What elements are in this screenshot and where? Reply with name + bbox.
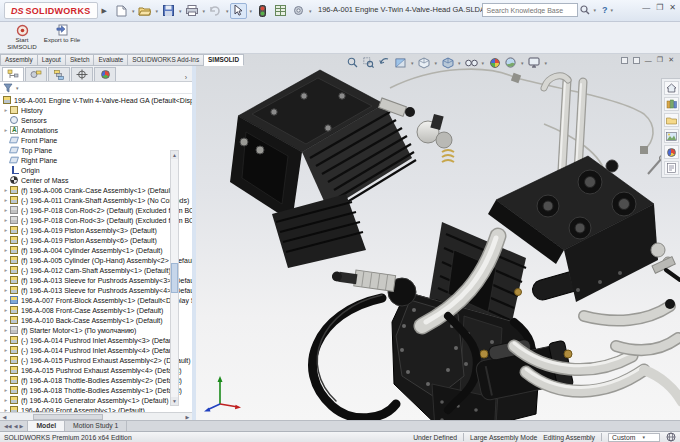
scroll-right-icon[interactable]: ▶ bbox=[183, 414, 192, 420]
dimxpertmanager-tab[interactable] bbox=[71, 67, 93, 81]
filter-caret-icon[interactable]: ▾ bbox=[16, 85, 19, 91]
expand-arrow-icon[interactable]: ▸ bbox=[2, 127, 10, 133]
print-caret-icon[interactable]: ▾ bbox=[202, 8, 205, 14]
menu-flyout-icon[interactable]: ▶ bbox=[102, 7, 107, 15]
doc-close-button[interactable]: ✕ bbox=[668, 56, 674, 64]
tree-item[interactable]: Front Plane bbox=[0, 135, 192, 145]
view-orientation-icon[interactable] bbox=[418, 56, 431, 69]
view-palette-icon[interactable] bbox=[664, 129, 679, 143]
expand-arrow-icon[interactable]: ▸ bbox=[2, 317, 10, 323]
search-icon[interactable] bbox=[580, 5, 590, 15]
options-gear-icon[interactable] bbox=[290, 3, 307, 19]
expand-arrow-icon[interactable]: ▸ bbox=[2, 287, 10, 293]
help-caret-icon[interactable]: ▾ bbox=[610, 7, 613, 13]
displaymanager-tab[interactable] bbox=[94, 67, 116, 81]
tab-next-icon[interactable]: ▶ bbox=[20, 423, 24, 429]
tree-item[interactable]: ▸(f) 196-A-018 Thottle-Bodies Assembly<1… bbox=[0, 385, 192, 395]
expand-arrow-icon[interactable]: ▸ bbox=[2, 207, 10, 213]
expand-arrow-icon[interactable]: ▸ bbox=[2, 187, 10, 193]
tree-item[interactable]: ▸(f) 196-A-018 Thottle-Bodies Assembly<2… bbox=[0, 375, 192, 385]
tree-horizontal-scrollbar[interactable]: ◀ ▶ bbox=[0, 412, 192, 420]
expand-arrow-icon[interactable]: ▸ bbox=[2, 397, 10, 403]
tree-item[interactable]: Right Plane bbox=[0, 155, 192, 165]
tree-item[interactable]: ▸(f) 196-A-005 Cylinder (Op-Hand) Assemb… bbox=[0, 255, 192, 265]
expand-arrow-icon[interactable]: ▸ bbox=[2, 337, 10, 343]
dock-pane-1-icon[interactable] bbox=[621, 57, 628, 64]
undo-caret-icon[interactable]: ▾ bbox=[226, 8, 229, 14]
export-to-file-button[interactable]: Export to File bbox=[42, 24, 82, 53]
tree-item[interactable]: Center of Mass bbox=[0, 175, 192, 185]
tree-item[interactable]: ▸Annotations bbox=[0, 125, 192, 135]
display-style-caret-icon[interactable]: ▾ bbox=[458, 60, 461, 66]
tab-evaluate[interactable]: Evaluate bbox=[94, 54, 128, 66]
rebuild-icon[interactable] bbox=[254, 3, 271, 19]
restore-button[interactable]: ❐ bbox=[656, 4, 663, 12]
scene-caret-icon[interactable]: ▾ bbox=[521, 60, 524, 66]
print-icon[interactable] bbox=[183, 3, 200, 19]
zoom-to-fit-icon[interactable] bbox=[346, 56, 359, 69]
tab-simsolid[interactable]: SIMSOLID bbox=[204, 54, 244, 66]
tree-item[interactable]: Sensors bbox=[0, 115, 192, 125]
custom-dropdown[interactable]: Custom ▾ bbox=[608, 433, 660, 442]
configurationmanager-tab[interactable] bbox=[48, 67, 70, 81]
expand-arrow-icon[interactable]: ▸ bbox=[2, 307, 10, 313]
doc-restore-button[interactable]: ❐ bbox=[657, 56, 663, 64]
display-style-icon[interactable] bbox=[441, 56, 454, 69]
tree-item[interactable]: Origin bbox=[0, 165, 192, 175]
tab-assembly[interactable]: Assembly bbox=[0, 54, 38, 66]
view-settings-caret-icon[interactable]: ▾ bbox=[545, 60, 548, 66]
previous-view-icon[interactable] bbox=[378, 56, 391, 69]
expand-arrow-icon[interactable]: ▸ bbox=[2, 387, 10, 393]
close-button[interactable]: ✕ bbox=[669, 4, 676, 12]
doc-minimize-button[interactable]: — bbox=[645, 57, 652, 64]
tree-item[interactable]: Top Plane bbox=[0, 145, 192, 155]
tree-item[interactable]: ▸(-) 196-A-019 Piston Assembly<6> (Defau… bbox=[0, 235, 192, 245]
select-caret-icon[interactable]: ▾ bbox=[249, 8, 252, 14]
tree-item[interactable]: ▸(-) 196-P-018 Con-Rod<2> (Default) (Exc… bbox=[0, 205, 192, 215]
orientation-caret-icon[interactable]: ▾ bbox=[435, 60, 438, 66]
file-properties-icon[interactable] bbox=[272, 3, 289, 19]
hide-show-caret-icon[interactable]: ▾ bbox=[482, 60, 485, 66]
tab-first-icon[interactable]: ◀◀ bbox=[4, 423, 12, 429]
expand-arrow-icon[interactable]: ▸ bbox=[2, 277, 10, 283]
tree-item[interactable]: ▸(-) 196-A-011 Crank-Shaft Assembly<1> (… bbox=[0, 195, 192, 205]
filter-funnel-icon[interactable] bbox=[3, 83, 13, 93]
help-button[interactable]: ? bbox=[602, 5, 608, 15]
resources-home-icon[interactable] bbox=[664, 81, 679, 95]
search-input[interactable] bbox=[482, 3, 578, 17]
tab-solidworks-add-ins[interactable]: SOLIDWORKS Add-Ins bbox=[128, 54, 204, 66]
zoom-to-area-icon[interactable] bbox=[362, 56, 375, 69]
file-explorer-icon[interactable] bbox=[664, 113, 679, 127]
custom-properties-icon[interactable] bbox=[664, 161, 679, 175]
view-settings-icon[interactable] bbox=[528, 56, 541, 69]
expand-arrow-icon[interactable]: ▸ bbox=[2, 107, 10, 113]
scroll-down-icon[interactable]: ▼ bbox=[171, 397, 178, 405]
design-library-icon[interactable] bbox=[664, 97, 679, 111]
tab-model[interactable]: Model bbox=[27, 421, 65, 431]
scroll-left-icon[interactable]: ◀ bbox=[0, 414, 9, 420]
appearances-scenes-icon[interactable] bbox=[664, 145, 679, 159]
tree-item[interactable]: ▸(-) 196-P-018 Con-Rod<3> (Default) (Exc… bbox=[0, 215, 192, 225]
tab-motion-study-1[interactable]: Motion Study 1 bbox=[65, 421, 127, 431]
hscroll-thumb[interactable] bbox=[33, 414, 103, 420]
open-icon[interactable] bbox=[136, 3, 153, 19]
tree-item[interactable]: ▸(-) 196-A-012 Cam-Shaft Assembly<1> (De… bbox=[0, 265, 192, 275]
expand-arrow-icon[interactable]: ▸ bbox=[2, 347, 10, 353]
tree-item[interactable]: ▸196-A-007 Front-Block Assembly<1> (Defa… bbox=[0, 295, 192, 305]
options-caret-icon[interactable]: ▾ bbox=[309, 8, 312, 14]
scroll-up-icon[interactable]: ▲ bbox=[171, 151, 178, 159]
tree-item[interactable]: ▸(-) 196-A-019 Piston Assembly<3> (Defau… bbox=[0, 225, 192, 235]
section-caret-icon[interactable]: ▾ bbox=[411, 60, 414, 66]
select-cursor-icon[interactable] bbox=[230, 3, 247, 19]
edit-appearance-icon[interactable] bbox=[488, 56, 501, 69]
expand-arrow-icon[interactable]: ▸ bbox=[2, 197, 10, 203]
expand-arrow-icon[interactable]: ▸ bbox=[2, 237, 10, 243]
expand-arrow-icon[interactable]: ▸ bbox=[2, 357, 10, 363]
tree-item[interactable]: ▸(f) 196-A-006 Crank-Case Assembly<1> (D… bbox=[0, 185, 192, 195]
expand-arrow-icon[interactable]: ▸ bbox=[2, 257, 10, 263]
expand-arrow-icon[interactable]: ▸ bbox=[2, 367, 10, 373]
save-caret-icon[interactable]: ▾ bbox=[179, 8, 182, 14]
scroll-thumb[interactable] bbox=[171, 263, 178, 293]
tree-item[interactable]: ▸(f) 196-A-013 Sleeve for Pushrods Assem… bbox=[0, 275, 192, 285]
engine-model-3d[interactable] bbox=[196, 54, 680, 420]
